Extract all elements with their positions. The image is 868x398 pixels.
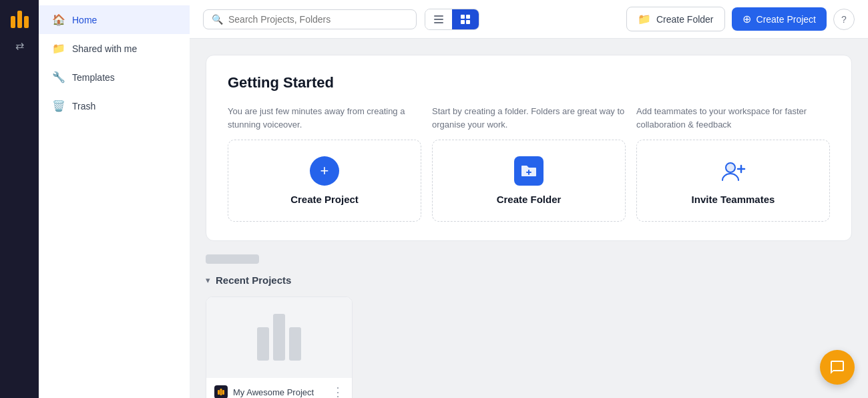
create-project-col: You are just few minutes away from creat… — [228, 105, 421, 222]
create-project-button[interactable]: ⊕ Create Project — [732, 7, 827, 31]
create-project-action-box[interactable]: + Create Project — [228, 140, 421, 222]
templates-icon: 🔧 — [52, 71, 65, 83]
recent-projects-title: Recent Projects — [216, 274, 291, 286]
logo-bar-3 — [24, 16, 29, 28]
search-input[interactable] — [228, 14, 408, 25]
svg-rect-9 — [220, 389, 222, 395]
invite-teammates-action-box[interactable]: Invite Teammates — [636, 140, 830, 222]
project-logo — [214, 385, 228, 398]
sidebar-item-label-templates: Templates — [72, 72, 115, 83]
create-project-action-label: Create Project — [290, 194, 359, 205]
list-view-icon — [433, 14, 444, 25]
folder-icon: 📁 — [638, 13, 651, 25]
create-folder-icon — [514, 156, 544, 186]
plus-circle-icon: ⊕ — [742, 13, 751, 25]
section-header: ▾ Recent Projects — [206, 274, 852, 286]
trash-icon: 🗑️ — [52, 100, 65, 112]
chevron-down-icon: ▾ — [206, 275, 210, 285]
nav-panel: 🏠 Home 📁 Shared with me 🔧 Templates 🗑️ T… — [39, 0, 190, 398]
create-project-desc: You are just few minutes away from creat… — [228, 105, 421, 132]
svg-rect-1 — [434, 19, 443, 20]
svg-rect-4 — [466, 15, 470, 19]
getting-started-actions: You are just few minutes away from creat… — [228, 105, 830, 222]
create-folder-action-label: Create Folder — [497, 194, 562, 205]
app-layout: ⇄ 🏠 Home 📁 Shared with me 🔧 Templates 🗑️… — [0, 0, 868, 398]
create-project-label: Create Project — [756, 14, 816, 25]
logo-strip: ⇄ — [0, 0, 39, 398]
folder-plus-svg — [520, 164, 537, 178]
list-view-button[interactable] — [425, 9, 452, 29]
invite-teammates-col: Add teammates to your workspace for fast… — [636, 105, 830, 222]
svg-rect-0 — [434, 15, 443, 17]
sidebar-item-templates[interactable]: 🔧 Templates — [39, 63, 190, 91]
main-content: Getting Started You are just few minutes… — [190, 39, 868, 398]
create-folder-col: Start by creating a folder. Folders are … — [432, 105, 626, 222]
project-menu-button[interactable]: ⋮ — [332, 385, 344, 398]
sidebar-item-label-home: Home — [72, 15, 97, 25]
create-project-icon: + — [310, 156, 339, 186]
project-thumbnail — [206, 297, 352, 377]
placeholder-bar — [206, 254, 259, 264]
left-panel: ⇄ 🏠 Home 📁 Shared with me 🔧 Templates 🗑️… — [0, 0, 190, 398]
search-icon: 🔍 — [212, 14, 223, 25]
logo-bar-1 — [11, 16, 15, 28]
help-button[interactable]: ? — [833, 9, 855, 30]
getting-started-title: Getting Started — [228, 74, 830, 91]
app-logo[interactable] — [11, 11, 29, 28]
project-logo-icon — [217, 388, 225, 396]
topbar: 🔍 — [190, 0, 868, 39]
shared-icon: 📁 — [52, 42, 65, 55]
create-folder-label: Create Folder — [656, 14, 714, 25]
svg-rect-5 — [461, 20, 465, 24]
svg-point-7 — [726, 163, 735, 172]
project-footer: My Awesome Project ⋮ — [206, 377, 352, 398]
home-icon: 🏠 — [52, 13, 65, 26]
svg-rect-6 — [466, 20, 470, 24]
sidebar-item-shared[interactable]: 📁 Shared with me — [39, 34, 190, 63]
main-wrapper: 🔍 — [190, 0, 868, 398]
create-folder-action-box[interactable]: Create Folder — [432, 140, 626, 222]
chat-icon — [829, 359, 845, 375]
create-folder-desc: Start by creating a folder. Folders are … — [432, 105, 626, 132]
user-plus-svg — [720, 159, 746, 183]
help-icon: ? — [841, 14, 847, 25]
invite-teammates-icon — [718, 156, 748, 186]
thumb-bar-3 — [289, 327, 301, 361]
project-name: My Awesome Project — [233, 387, 314, 397]
sidebar-item-trash[interactable]: 🗑️ Trash — [39, 91, 190, 120]
svg-rect-10 — [222, 390, 224, 395]
svg-rect-2 — [434, 22, 443, 23]
getting-started-card: Getting Started You are just few minutes… — [206, 55, 852, 241]
projects-grid: My Awesome Project ⋮ — [206, 296, 852, 398]
invite-teammates-desc: Add teammates to your workspace for fast… — [636, 105, 830, 132]
expand-sidebar-button[interactable]: ⇄ — [11, 37, 27, 53]
sidebar-item-label-shared: Shared with me — [72, 43, 137, 54]
svg-rect-8 — [218, 390, 220, 395]
sidebar-item-label-trash: Trash — [72, 101, 95, 112]
svg-rect-3 — [461, 15, 465, 19]
chat-fab-button[interactable] — [820, 350, 855, 385]
project-thumb-icon — [257, 314, 301, 361]
search-box[interactable]: 🔍 — [203, 9, 417, 29]
sidebar-item-home[interactable]: 🏠 Home — [39, 5, 190, 34]
grid-view-icon — [460, 14, 471, 25]
project-name-row: My Awesome Project — [214, 385, 314, 398]
create-folder-button[interactable]: 📁 Create Folder — [626, 7, 725, 31]
logo-bar-2 — [17, 11, 22, 28]
thumb-bar-2 — [273, 314, 285, 361]
invite-teammates-action-label: Invite Teammates — [692, 194, 775, 205]
table-row[interactable]: My Awesome Project ⋮ — [206, 296, 353, 398]
thumb-bar-1 — [257, 327, 269, 361]
topbar-right: 📁 Create Folder ⊕ Create Project ? — [626, 7, 855, 31]
grid-view-button[interactable] — [452, 9, 479, 29]
recent-projects-section: ▾ Recent Projects — [206, 254, 852, 398]
view-toggle — [425, 9, 479, 30]
